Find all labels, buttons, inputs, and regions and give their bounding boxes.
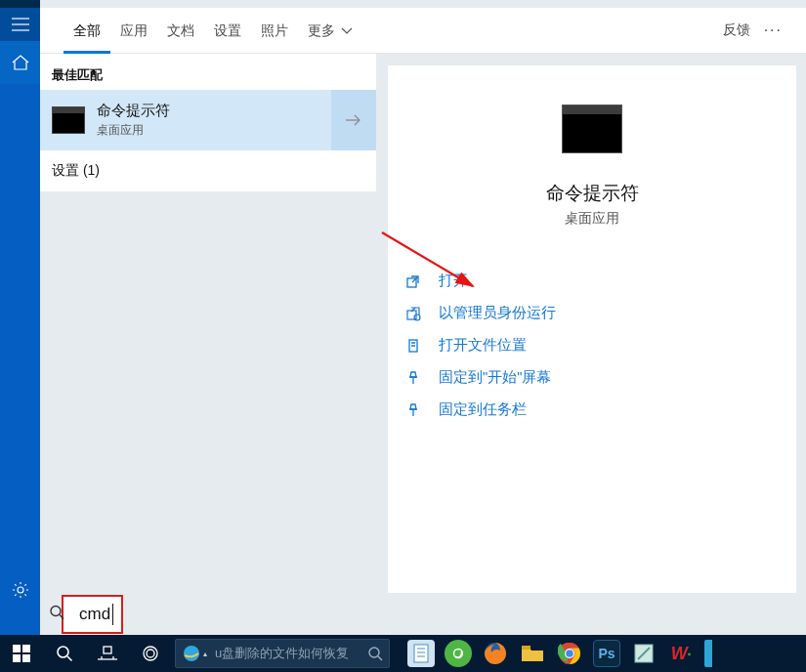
action-pin-taskbar[interactable]: 固定到任务栏: [405, 400, 779, 419]
action-pin-start[interactable]: 固定到"开始"屏幕: [405, 368, 779, 387]
svg-point-18: [58, 647, 68, 657]
results-main: 最佳匹配 命令提示符 桌面应用 设置 (1): [40, 54, 376, 191]
match-text: 命令提示符 桌面应用: [97, 102, 364, 139]
taskbar-search-placeholder: u盘删除的文件如何恢复: [215, 645, 367, 662]
search-icon: [367, 646, 383, 661]
menu-icon[interactable]: [0, 8, 40, 41]
svg-rect-14: [13, 645, 21, 652]
cmd-thumb-icon: [52, 106, 85, 134]
best-match-header: 最佳匹配: [40, 54, 376, 90]
svg-rect-20: [104, 647, 111, 653]
search-query-text: cmd: [64, 604, 113, 625]
start-icon: [13, 645, 30, 662]
match-title: 命令提示符: [97, 102, 364, 120]
action-open-location[interactable]: 打开文件位置: [405, 336, 779, 355]
action-run-as-admin-label: 以管理员身份运行: [439, 304, 556, 322]
arrow-right-icon: [345, 113, 362, 127]
other-icon[interactable]: [704, 640, 712, 667]
action-pin-taskbar-label: 固定到任务栏: [439, 400, 527, 419]
cortana-sidebar: [0, 0, 40, 635]
photoshop-icon[interactable]: Ps: [593, 640, 620, 667]
chevron-down-icon: [341, 27, 353, 35]
file-explorer-icon[interactable]: [519, 640, 546, 667]
results-column: 最佳匹配 命令提示符 桌面应用 设置 (1): [40, 54, 376, 594]
action-run-as-admin[interactable]: 以管理员身份运行: [405, 304, 779, 322]
note-icon[interactable]: [630, 640, 658, 667]
taskbar: ▴ u盘删除的文件如何恢复 Ps W▪: [0, 635, 806, 672]
pin-icon: [405, 402, 421, 418]
shield-icon: [405, 306, 421, 321]
svg-line-27: [378, 656, 382, 660]
taskview-icon: [98, 646, 117, 661]
chrome-icon[interactable]: [556, 640, 583, 667]
taskbar-apps: Ps W▪: [407, 640, 712, 667]
tab-photos[interactable]: 照片: [251, 8, 298, 54]
svg-point-24: [144, 647, 157, 660]
tab-settings[interactable]: 设置: [204, 8, 251, 54]
column-gap: [376, 54, 388, 594]
search-panel: 全部 应用 文档 设置 照片 更多 反馈 ··· 最佳匹配 命令提示符 桌面应用: [40, 8, 806, 635]
more-options-ellipsis[interactable]: ···: [750, 21, 783, 39]
detail-subtitle: 桌面应用: [565, 210, 619, 228]
notepad-icon[interactable]: [407, 640, 435, 667]
action-open-location-label: 打开文件位置: [439, 336, 527, 355]
search-tabs: 全部 应用 文档 设置 照片 更多 反馈 ···: [40, 8, 806, 54]
tab-more-label: 更多: [308, 8, 335, 54]
match-subtitle: 桌面应用: [97, 122, 364, 139]
expand-arrow-button[interactable]: [331, 90, 376, 150]
taskbar-search-button[interactable]: [43, 635, 86, 672]
svg-rect-17: [22, 654, 30, 662]
tab-more[interactable]: 更多: [298, 8, 362, 54]
search-icon: [56, 645, 73, 662]
folder-icon: [405, 338, 421, 354]
ie-icon: [182, 644, 201, 663]
svg-rect-15: [22, 645, 30, 652]
svg-rect-16: [13, 654, 21, 662]
best-match-item[interactable]: 命令提示符 桌面应用: [40, 90, 376, 150]
detail-panel: 命令提示符 桌面应用 打开 以管理员身份运行: [388, 65, 796, 593]
sidebar-top-strip: [0, 0, 40, 8]
action-pin-start-label: 固定到"开始"屏幕: [439, 368, 551, 387]
home-icon[interactable]: [0, 41, 40, 84]
gear-icon[interactable]: [0, 567, 40, 611]
svg-point-26: [369, 648, 379, 657]
cortana-button[interactable]: [129, 635, 172, 672]
tab-apps[interactable]: 应用: [110, 8, 157, 54]
feedback-link[interactable]: 反馈: [723, 21, 750, 39]
svg-rect-28: [414, 645, 428, 662]
search-input-box[interactable]: cmd: [62, 595, 123, 634]
ie-flag: ▴: [203, 650, 207, 658]
taskbar-search-box[interactable]: ▴ u盘删除的文件如何恢复: [175, 639, 390, 668]
open-external-icon: [405, 273, 421, 289]
action-open[interactable]: 打开: [405, 272, 779, 290]
tab-docs[interactable]: 文档: [157, 8, 204, 54]
svg-point-3: [18, 587, 23, 593]
cortana-icon: [141, 644, 160, 663]
action-open-label: 打开: [439, 272, 468, 290]
browser-icon[interactable]: [445, 640, 472, 667]
tab-all[interactable]: 全部: [64, 8, 110, 54]
firefox-icon[interactable]: [482, 640, 509, 667]
app-preview-icon: [562, 105, 622, 153]
detail-title: 命令提示符: [546, 181, 639, 206]
search-body: 最佳匹配 命令提示符 桌面应用 设置 (1): [40, 54, 806, 595]
results-empty-area: [40, 191, 376, 594]
svg-point-39: [566, 650, 573, 657]
svg-line-13: [60, 615, 64, 619]
settings-section-header[interactable]: 设置 (1): [40, 150, 376, 191]
wps-icon[interactable]: W▪: [667, 640, 695, 667]
svg-point-12: [51, 607, 61, 616]
svg-line-19: [67, 656, 72, 661]
search-icon: [49, 605, 65, 625]
taskview-button[interactable]: [86, 635, 129, 672]
start-button[interactable]: [0, 635, 43, 672]
pin-icon: [405, 370, 421, 386]
svg-point-7: [414, 315, 420, 320]
svg-rect-35: [522, 646, 530, 650]
actions-list: 打开 以管理员身份运行 打开文件位置: [388, 228, 796, 419]
